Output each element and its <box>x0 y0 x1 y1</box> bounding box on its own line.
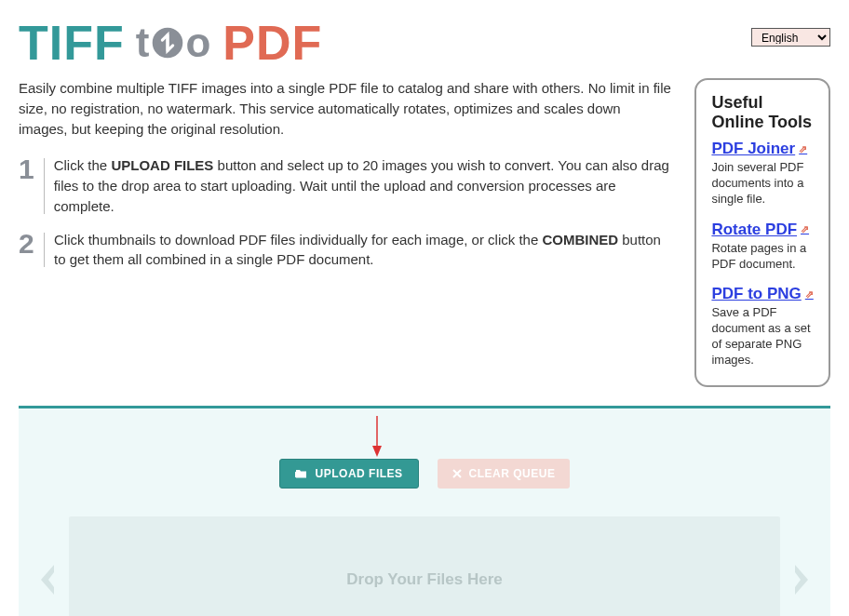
tool-desc: Rotate pages in a PDF document. <box>711 241 814 273</box>
pointer-arrow-icon <box>371 414 384 461</box>
step-number: 2 <box>19 230 34 271</box>
svg-marker-2 <box>372 446 382 457</box>
step-text: Click thumbnails to download PDF files i… <box>54 230 672 271</box>
tool-link-pdf-joiner[interactable]: PDF Joiner⇗ <box>711 140 807 158</box>
clear-queue-button[interactable]: CLEAR QUEUE <box>438 459 571 489</box>
carousel-next-button[interactable] <box>789 559 815 600</box>
logo-pdf: PDF <box>222 19 322 67</box>
close-icon <box>452 469 462 478</box>
step-divider <box>44 233 45 268</box>
tool-link-rotate-pdf[interactable]: Rotate PDF⇗ <box>711 221 809 239</box>
logo: TIFF t o PDF <box>19 19 322 67</box>
language-select[interactable]: English <box>751 28 830 47</box>
step-1: 1 Click the UPLOAD FILES button and sele… <box>19 155 672 216</box>
external-link-icon: ⇗ <box>799 143 807 155</box>
drop-zone-label: Drop Your Files Here <box>346 570 503 589</box>
step-divider <box>44 158 45 213</box>
drop-area-row: Drop Your Files Here <box>19 516 830 616</box>
sidebar-title: Useful Online Tools <box>711 93 814 132</box>
step-2: 2 Click thumbnails to download PDF files… <box>19 230 672 271</box>
drop-zone[interactable]: Drop Your Files Here <box>69 516 780 616</box>
tool-item: Rotate PDF⇗ Rotate pages in a PDF docume… <box>711 221 814 273</box>
convert-icon <box>152 27 183 59</box>
main-content: Easily combine multiple TIFF images into… <box>19 78 672 387</box>
logo-tiff: TIFF <box>19 19 125 67</box>
content-row: Easily combine multiple TIFF images into… <box>19 78 830 387</box>
tool-item: PDF to PNG⇗ Save a PDF document as a set… <box>711 285 814 368</box>
step-text: Click the UPLOAD FILES button and select… <box>54 155 673 216</box>
sidebar-tools: Useful Online Tools PDF Joiner⇗ Join sev… <box>694 78 830 387</box>
intro-text: Easily combine multiple TIFF images into… <box>19 78 672 139</box>
svg-marker-4 <box>795 565 808 595</box>
tool-desc: Save a PDF document as a set of separate… <box>711 305 814 368</box>
folder-open-icon <box>295 468 308 479</box>
logo-to: t o <box>136 22 212 63</box>
tool-item: PDF Joiner⇗ Join several PDF documents i… <box>711 140 814 208</box>
header: TIFF t o PDF English <box>19 19 830 67</box>
external-link-icon: ⇗ <box>801 223 809 235</box>
upload-files-button[interactable]: UPLOAD FILES <box>279 459 419 489</box>
tool-link-pdf-to-png[interactable]: PDF to PNG⇗ <box>711 285 813 303</box>
tool-desc: Join several PDF documents into a single… <box>711 160 814 208</box>
external-link-icon: ⇗ <box>805 288 814 301</box>
button-row: UPLOAD FILES CLEAR QUEUE <box>19 459 830 489</box>
svg-marker-3 <box>41 565 54 595</box>
step-number: 1 <box>19 155 34 216</box>
upload-section: UPLOAD FILES CLEAR QUEUE Drop Your Files… <box>19 406 830 616</box>
carousel-prev-button[interactable] <box>34 559 60 600</box>
